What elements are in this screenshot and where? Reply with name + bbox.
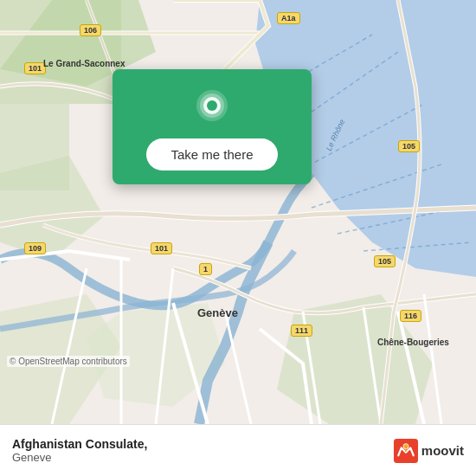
place-label-chene-bougeries: Chêne-Bougeries [377,338,449,347]
take-me-there-button[interactable]: Take me there [146,138,277,170]
road-badge-105b: 105 [374,255,396,267]
map-container: Le Rhône 106 A1a 106 105 105 101 101 109… [0,0,476,424]
place-info: Afghanistan Consulate, Geneve [12,437,147,464]
road-badge-111: 111 [291,325,312,337]
moovit-logo: moovit [394,439,464,463]
road-badge-109: 109 [24,242,46,254]
road-badge-105a: 105 [398,140,420,152]
place-label-geneve: Genève [197,306,238,319]
svg-point-22 [403,443,408,448]
place-name: Afghanistan Consulate, [12,437,147,451]
bottom-bar: Afghanistan Consulate, Geneve moovit [0,424,476,476]
road-badge-106a: 106 [80,24,101,36]
location-card: Take me there [113,69,312,184]
road-badge-1b: 1 [199,263,212,275]
place-city: Geneve [12,451,147,464]
svg-point-20 [207,100,217,111]
copyright-text: © OpenStreetMap contributors [7,356,130,367]
place-label-grand-saconnex: Le Grand-Saconnex [43,59,125,68]
road-badge-A1a: A1a [277,12,300,24]
road-badge-116: 116 [400,310,421,322]
road-badge-101b: 101 [151,242,172,254]
location-pin-icon [191,87,233,128]
moovit-text: moovit [421,443,464,458]
moovit-icon [394,439,418,463]
